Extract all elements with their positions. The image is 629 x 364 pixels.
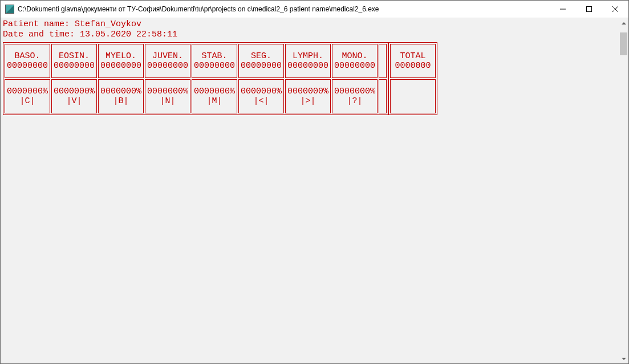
cell-gap-bottom [379,79,387,113]
cell-value: 00000000 [147,61,188,71]
cell-label: BASO. [14,51,40,61]
data-grid: BASO.00000000 EOSIN.00000000 MYELO.00000… [3,42,626,115]
cell-value: |>| [300,96,315,106]
cell-label: 0000000% [241,87,282,96]
cell-seg: SEG.00000000 [238,44,284,78]
cell-value: 00000000 [334,61,375,71]
total-grid: TOTAL0000000 [388,42,437,115]
cell-label: 0000000% [54,87,95,96]
datetime-value: 13.05.2020 22:58:11 [80,30,177,39]
cell-label: EOSIN. [59,51,90,61]
cell-value: |C| [19,96,35,106]
cell-value: 00000000 [7,61,48,71]
datetime-label: Date and time: [3,30,80,39]
cell-value: 00000000 [194,61,235,71]
cell-pct-n: 0000000%|N| [145,79,190,113]
cell-label: JUVEN. [152,51,183,61]
minimize-icon [560,6,566,12]
cell-pct-m: 0000000%|M| [192,79,237,113]
app-icon [5,5,14,14]
cell-mono: MONO.00000000 [332,44,378,78]
close-button[interactable] [602,1,628,18]
patient-label: Patient name: [3,19,75,29]
main-grid: BASO.00000000 EOSIN.00000000 MYELO.00000… [3,42,388,115]
cell-value: 00000000 [287,61,328,71]
cell-value: |V| [66,96,82,106]
cell-label: MYELO. [105,51,136,61]
cell-pct-v: 0000000%|V| [51,79,97,113]
cell-label: 0000000% [287,87,328,96]
close-icon [612,6,618,12]
scrollbar-thumb[interactable] [620,32,627,55]
cell-value: |?| [347,96,362,106]
cell-value: |<| [253,96,269,106]
cell-pct-gt: 0000000%|>| [285,79,331,113]
window-titlebar: C:\Dokumenti glavna\документи от ТУ-Софи… [1,1,628,18]
cell-total-empty [390,79,436,113]
cell-value: |M| [206,96,222,106]
cell-value: |N| [160,96,175,106]
cell-juven: JUVEN.00000000 [145,44,190,78]
cell-eosin: EOSIN.00000000 [51,44,97,78]
cell-label: MONO. [342,51,367,61]
chevron-up-icon [622,21,626,26]
cell-label: 0000000% [7,87,48,96]
cell-label: TOTAL [400,51,425,61]
vertical-scrollbar[interactable] [619,18,628,363]
cell-label: SEG. [251,51,271,61]
cell-pct-c: 0000000%|C| [5,79,50,113]
window-title: C:\Dokumenti glavna\документи от ТУ-Софи… [18,5,550,13]
cell-lymph: LYMPH.00000000 [285,44,331,78]
scrollbar-track[interactable] [619,28,628,354]
cell-gap-top [379,44,387,78]
client-area: Patient name: Stefan_Voykov Date and tim… [1,18,628,363]
grid-row-1: BASO.00000000 EOSIN.00000000 MYELO.00000… [4,43,387,79]
patient-name: Stefan_Voykov [75,19,141,29]
cell-label: STAB. [201,51,227,61]
cell-value: 00000000 [54,61,95,71]
datetime-line: Date and time: 13.05.2020 22:58:11 [3,30,626,40]
cell-pct-lt: 0000000%|<| [238,79,284,113]
minimize-button[interactable] [550,1,576,18]
patient-line: Patient name: Stefan_Voykov [3,19,626,30]
scroll-down-button[interactable] [619,354,628,363]
maximize-icon [586,6,592,12]
cell-pct-q: 0000000%|?| [332,79,378,113]
cell-label: 0000000% [334,87,375,96]
cell-stab: STAB.00000000 [192,44,237,78]
window-buttons [550,1,628,18]
cell-value: 00000000 [241,61,282,71]
maximize-button[interactable] [576,1,602,18]
cell-label: 0000000% [147,87,188,96]
cell-pct-b: 0000000%|B| [98,79,144,113]
cell-baso: BASO.00000000 [5,44,50,78]
cell-myelo: MYELO.00000000 [98,44,144,78]
svg-rect-0 [587,7,592,12]
scroll-up-button[interactable] [619,18,628,28]
cell-value: 00000000 [100,61,141,71]
cell-total: TOTAL0000000 [390,44,436,78]
chevron-down-icon [622,357,626,361]
grid-row-2: 0000000%|C| 0000000%|V| 0000000%|B| 0000… [4,79,387,114]
cell-value: 0000000 [395,61,431,71]
console-content: Patient name: Stefan_Voykov Date and tim… [1,18,628,116]
cell-label: 0000000% [100,87,141,96]
cell-value: |B| [113,96,128,106]
cell-label: LYMPH. [293,51,323,61]
cell-label: 0000000% [194,87,235,96]
